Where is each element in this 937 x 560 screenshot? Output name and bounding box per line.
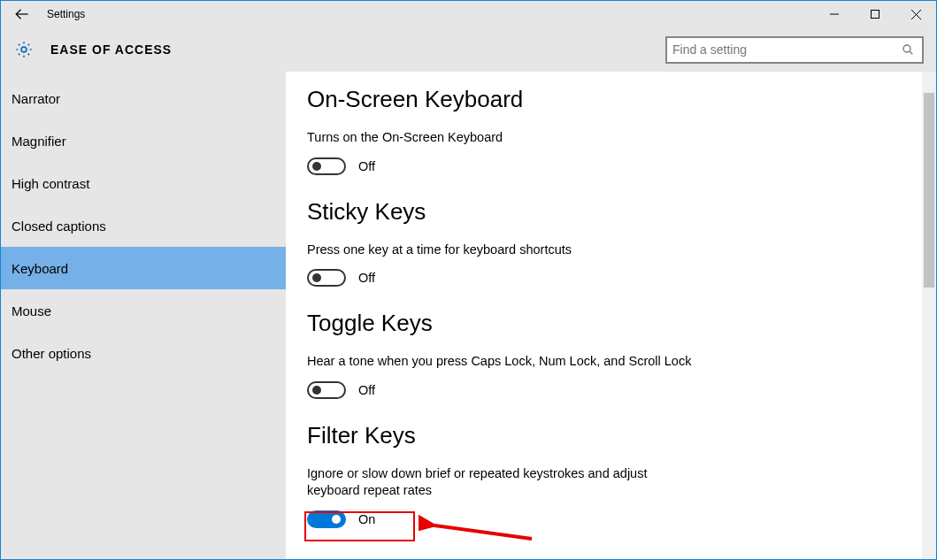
section-title: Filter Keys (307, 422, 895, 449)
section-desc: Hear a tone when you press Caps Lock, Nu… (307, 353, 838, 371)
maximize-button[interactable] (855, 1, 895, 27)
close-button[interactable] (895, 1, 936, 27)
sticky-toggle-label: Off (358, 271, 375, 285)
sidebar-item-label: Narrator (12, 91, 60, 106)
svg-rect-2 (872, 11, 879, 19)
category-title: EASE OF ACCESS (50, 42, 172, 57)
body: Narrator Magnifier High contrast Closed … (1, 72, 936, 559)
section-title: Toggle Keys (307, 310, 895, 337)
section-desc: Turns on the On-Screen Keyboard (307, 129, 838, 147)
minimize-button[interactable] (814, 1, 855, 27)
gear-icon (13, 39, 35, 60)
section-title: Sticky Keys (307, 198, 895, 226)
scrollbar[interactable] (922, 72, 936, 559)
sidebar-item-narrator[interactable]: Narrator (1, 77, 286, 119)
svg-point-5 (21, 47, 27, 52)
sidebar-item-high-contrast[interactable]: High contrast (1, 162, 286, 204)
section-desc: Ignore or slow down brief or repeated ke… (307, 465, 679, 500)
filter-toggle[interactable] (307, 510, 346, 528)
sidebar-item-other-options[interactable]: Other options (1, 332, 286, 374)
section-title: On-Screen Keyboard (307, 86, 895, 113)
section-desc: Press one key at a time for keyboard sho… (307, 242, 838, 259)
section-toggle-keys: Toggle Keys Hear a tone when you press C… (307, 310, 895, 399)
section-filter-keys: Filter Keys Ignore or slow down brief or… (307, 422, 895, 528)
titlebar: Settings (1, 1, 936, 27)
sidebar-item-label: Mouse (12, 303, 51, 318)
sidebar-item-label: Closed captions (12, 219, 106, 234)
sidebar-item-label: Other options (12, 346, 91, 361)
settings-window: Settings EASE OF ACCESS (0, 0, 937, 560)
sidebar-item-label: Keyboard (12, 261, 68, 276)
svg-point-6 (903, 45, 910, 52)
sidebar-item-mouse[interactable]: Mouse (1, 289, 286, 332)
sidebar-item-keyboard[interactable]: Keyboard (1, 247, 286, 289)
osk-toggle[interactable] (307, 157, 346, 175)
section-sticky-keys: Sticky Keys Press one key at a time for … (307, 198, 895, 288)
sticky-toggle[interactable] (307, 269, 346, 287)
header: EASE OF ACCESS (1, 27, 936, 72)
section-on-screen-keyboard: On-Screen Keyboard Turns on the On-Scree… (307, 86, 895, 175)
search-icon (901, 42, 915, 57)
sidebar-item-closed-captions[interactable]: Closed captions (1, 204, 286, 247)
search-box[interactable] (665, 36, 924, 64)
osk-toggle-label: Off (358, 159, 375, 173)
sidebar-item-label: High contrast (12, 176, 89, 191)
scrollbar-thumb[interactable] (924, 93, 934, 288)
window-title: Settings (43, 8, 85, 20)
content: On-Screen Keyboard Turns on the On-Scree… (286, 72, 922, 559)
svg-line-7 (910, 51, 912, 54)
content-wrap: On-Screen Keyboard Turns on the On-Scree… (286, 72, 936, 559)
togglekeys-toggle-label: Off (358, 383, 375, 397)
back-button[interactable] (1, 6, 43, 22)
togglekeys-toggle[interactable] (307, 381, 346, 399)
sidebar-item-magnifier[interactable]: Magnifier (1, 119, 286, 162)
filter-toggle-label: On (358, 512, 375, 526)
sidebar: Narrator Magnifier High contrast Closed … (1, 72, 286, 559)
sidebar-item-label: Magnifier (12, 134, 66, 149)
search-input[interactable] (672, 42, 901, 57)
